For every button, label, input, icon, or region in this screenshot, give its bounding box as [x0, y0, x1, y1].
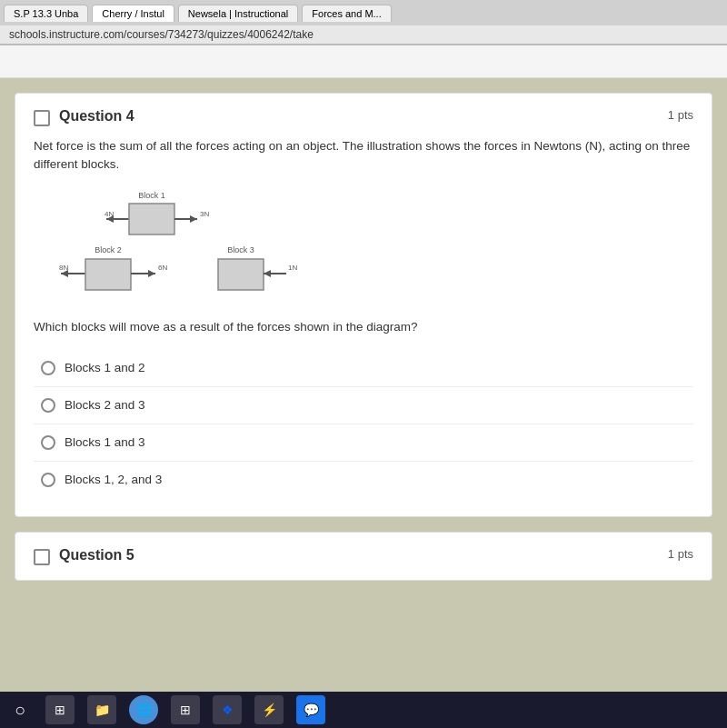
svg-text:Block 2: Block 2: [95, 245, 122, 254]
svg-text:Block 1: Block 1: [138, 191, 165, 200]
taskbar-dropbox[interactable]: ❖: [213, 695, 242, 724]
question-4-text: Net force is the sum of all the forces a…: [34, 137, 693, 175]
option-1-label: Blocks 1 and 2: [65, 361, 145, 374]
page-content: Question 4 1 pts Net force is the sum of…: [0, 78, 727, 595]
question-5-card: Question 5 1 pts: [15, 532, 712, 581]
option-3[interactable]: Blocks 1 and 3: [34, 424, 693, 461]
taskbar-chat[interactable]: 💬: [296, 695, 325, 724]
question-4-left: Question 4: [34, 108, 134, 126]
radio-1[interactable]: [41, 361, 55, 375]
question-4-title: Question 4: [59, 108, 134, 125]
option-4-label: Blocks 1, 2, and 3: [65, 473, 162, 486]
svg-marker-14: [148, 270, 155, 277]
taskbar-bolt[interactable]: ⚡: [254, 695, 284, 724]
blocks-diagram: Block 1 4N 3N Block 2 8N: [34, 187, 324, 305]
question-5-checkbox[interactable]: [34, 549, 50, 565]
svg-rect-4: [129, 204, 174, 234]
tab-forces[interactable]: Forces and M...: [302, 5, 391, 22]
svg-text:1N: 1N: [288, 264, 297, 272]
option-4[interactable]: Blocks 1, 2, and 3: [34, 461, 693, 498]
svg-text:4N: 4N: [105, 210, 114, 218]
option-2[interactable]: Blocks 2 and 3: [34, 386, 693, 424]
question-5-header: Question 5 1 pts: [34, 547, 693, 565]
tab-cherry[interactable]: Cherry / Instul: [92, 5, 174, 22]
taskbar: ○ ⊞ 📁 🌐 ⊞ ❖ ⚡ 💬: [0, 692, 727, 728]
svg-marker-6: [190, 215, 197, 223]
radio-3[interactable]: [41, 435, 55, 450]
svg-rect-17: [218, 259, 264, 290]
question-4-header: Question 4 1 pts: [34, 108, 693, 126]
sub-question: Which blocks will move as a result of th…: [34, 320, 693, 334]
diagram-area: Block 1 4N 3N Block 2 8N: [34, 187, 693, 305]
radio-4[interactable]: [41, 473, 55, 487]
taskbar-explorer[interactable]: 📁: [87, 695, 116, 724]
svg-text:8N: 8N: [59, 264, 68, 272]
address-bar[interactable]: schools.instructure.com/courses/734273/q…: [0, 25, 727, 45]
question-4-card: Question 4 1 pts Net force is the sum of…: [15, 93, 712, 517]
option-3-label: Blocks 1 and 3: [65, 435, 145, 449]
question-5-left: Question 5: [34, 547, 134, 565]
tab-bar: S.P 13.3 Unba Cherry / Instul Newsela | …: [0, 0, 727, 25]
question-5-pts: 1 pts: [668, 547, 693, 561]
option-2-label: Blocks 2 and 3: [65, 398, 145, 412]
taskbar-tiles[interactable]: ⊞: [171, 695, 200, 724]
svg-marker-19: [264, 270, 271, 277]
svg-text:6N: 6N: [158, 264, 167, 272]
svg-rect-12: [85, 259, 131, 290]
browser-toolbar: [0, 45, 727, 78]
question-4-checkbox[interactable]: [34, 110, 50, 126]
question-5-title: Question 5: [59, 547, 134, 563]
taskbar-windows[interactable]: ⊞: [45, 695, 75, 724]
option-1[interactable]: Blocks 1 and 2: [34, 350, 693, 386]
svg-text:3N: 3N: [200, 210, 209, 218]
radio-2[interactable]: [41, 398, 55, 413]
taskbar-browser[interactable]: 🌐: [129, 695, 158, 724]
answer-options: Blocks 1 and 2 Blocks 2 and 3 Blocks 1 a…: [34, 350, 693, 498]
svg-text:Block 3: Block 3: [227, 245, 254, 254]
start-button[interactable]: ○: [7, 697, 33, 723]
question-4-pts: 1 pts: [668, 108, 693, 122]
tab-sp[interactable]: S.P 13.3 Unba: [4, 5, 88, 22]
tab-newsela[interactable]: Newsela | Instructional: [178, 5, 298, 22]
